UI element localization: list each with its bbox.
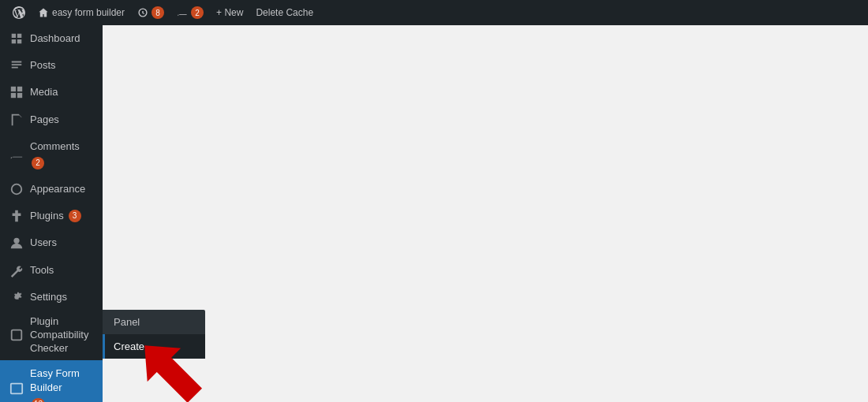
dashboard-label: Dashboard	[30, 32, 93, 46]
svg-rect-0	[11, 87, 16, 91]
users-label: Users	[30, 236, 93, 250]
tools-icon	[9, 263, 24, 277]
easy-form-label: Easy Form Builder 13	[30, 367, 93, 402]
plugins-menu-badge: 3	[69, 210, 81, 222]
sidebar-item-tools[interactable]: Tools	[0, 257, 103, 284]
submenu-panel[interactable]: Panel	[103, 310, 205, 334]
admin-sidebar: Dashboard Posts Media Pages	[0, 25, 103, 402]
sidebar-item-appearance[interactable]: Appearance	[0, 176, 103, 203]
pages-label: Pages	[30, 113, 93, 127]
submenu-create[interactable]: Create	[103, 334, 205, 359]
svg-point-4	[12, 184, 22, 195]
main-content	[103, 25, 868, 402]
adminbar-wp-logo[interactable]	[6, 0, 32, 25]
adminbar-delete-cache[interactable]: Delete Cache	[249, 0, 320, 25]
sidebar-item-dashboard[interactable]: Dashboard	[0, 25, 103, 52]
comments-badge: 2	[191, 6, 204, 19]
dashboard-icon	[9, 32, 24, 46]
easy-form-icon	[9, 382, 24, 396]
easy-form-submenu: Panel Create	[103, 310, 205, 359]
posts-label: Posts	[30, 58, 93, 73]
media-label: Media	[30, 85, 93, 99]
tools-label: Tools	[30, 263, 93, 277]
media-icon	[9, 85, 24, 99]
sidebar-item-users[interactable]: Users	[0, 229, 103, 256]
plugins-icon	[9, 209, 24, 223]
easy-form-menu-badge: 13	[32, 398, 45, 402]
posts-icon	[9, 58, 24, 73]
settings-label: Settings	[30, 290, 93, 304]
comments-icon	[9, 147, 24, 162]
sidebar-item-pages[interactable]: Pages	[0, 106, 103, 133]
svg-rect-1	[17, 87, 22, 91]
admin-bar: easy form builder 8 2 + New Delete Cache	[0, 0, 868, 25]
users-icon	[9, 236, 24, 250]
comments-label: Comments 2	[30, 140, 93, 169]
settings-icon	[9, 290, 24, 304]
adminbar-updates[interactable]: 8	[131, 0, 170, 25]
sidebar-item-plugin-compat[interactable]: Plugin Compatibility Checker	[0, 311, 103, 360]
svg-rect-7	[11, 383, 22, 393]
plugins-label: Plugins 3	[30, 209, 93, 223]
svg-rect-6	[12, 330, 22, 341]
plugin-compat-label: Plugin Compatibility Checker	[30, 315, 93, 355]
plugin-compat-icon	[9, 328, 24, 342]
adminbar-delete-cache-label: Delete Cache	[256, 7, 313, 18]
svg-point-5	[13, 238, 19, 244]
sidebar-item-plugins[interactable]: Plugins 3	[0, 203, 103, 229]
appearance-label: Appearance	[30, 182, 93, 196]
adminbar-comments[interactable]: 2	[170, 0, 210, 25]
comments-menu-badge: 2	[32, 157, 44, 169]
pages-icon	[9, 113, 24, 127]
adminbar-new[interactable]: + New	[210, 0, 249, 25]
sidebar-item-posts[interactable]: Posts	[0, 52, 103, 79]
sidebar-item-media[interactable]: Media	[0, 79, 103, 106]
sidebar-item-easy-form-builder[interactable]: Easy Form Builder 13	[0, 360, 103, 402]
svg-rect-3	[17, 93, 22, 98]
appearance-icon	[9, 182, 24, 196]
adminbar-home[interactable]: easy form builder	[32, 0, 131, 25]
sidebar-item-settings[interactable]: Settings	[0, 284, 103, 311]
adminbar-new-label: + New	[216, 7, 243, 18]
svg-rect-2	[11, 93, 16, 98]
adminbar-site-label: easy form builder	[52, 7, 125, 18]
updates-badge: 8	[152, 6, 164, 19]
sidebar-item-comments[interactable]: Comments 2	[0, 133, 103, 176]
